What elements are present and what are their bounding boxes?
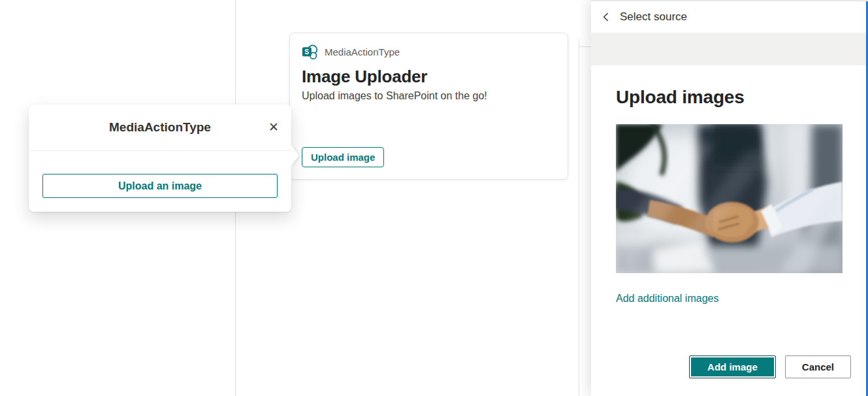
handshake-photo xyxy=(616,124,843,273)
popup-beak xyxy=(291,146,299,165)
upload-image-button[interactable]: Upload image xyxy=(302,147,384,168)
card-title: Image Uploader xyxy=(302,67,556,87)
panel-collapsed-section xyxy=(591,33,868,65)
card-app-label: MediaActionType xyxy=(325,46,400,58)
canvas-edge-vertical xyxy=(579,39,579,396)
media-action-popup: MediaActionType ✕ Upload an image xyxy=(29,105,291,212)
panel-header-title: Select source xyxy=(620,10,687,24)
panel-header: Select source xyxy=(591,1,868,33)
cancel-button[interactable]: Cancel xyxy=(785,355,851,378)
close-icon[interactable]: ✕ xyxy=(267,120,280,135)
add-additional-images-link[interactable]: Add additional images xyxy=(616,293,718,305)
select-source-panel: Select source Upload images xyxy=(591,0,868,396)
panel-content: Upload images xyxy=(591,87,868,305)
adaptive-card: S MediaActionType Image Uploader Upload … xyxy=(289,33,568,180)
screen: S MediaActionType Image Uploader Upload … xyxy=(0,0,868,396)
panel-footer: Add image Cancel xyxy=(689,355,851,378)
sharepoint-icon: S xyxy=(302,44,318,59)
panel-heading: Upload images xyxy=(616,87,843,108)
svg-text:S: S xyxy=(304,48,309,56)
card-app-row: S MediaActionType xyxy=(302,44,556,59)
canvas-edge-horizontal xyxy=(579,46,591,47)
add-image-button[interactable]: Add image xyxy=(689,355,776,378)
card-subtitle: Upload images to SharePoint on the go! xyxy=(302,90,556,102)
popup-title: MediaActionType xyxy=(109,120,211,135)
chevron-left-icon[interactable] xyxy=(597,8,615,26)
upload-an-image-button[interactable]: Upload an image xyxy=(42,174,278,198)
popup-header: MediaActionType ✕ xyxy=(29,105,291,151)
